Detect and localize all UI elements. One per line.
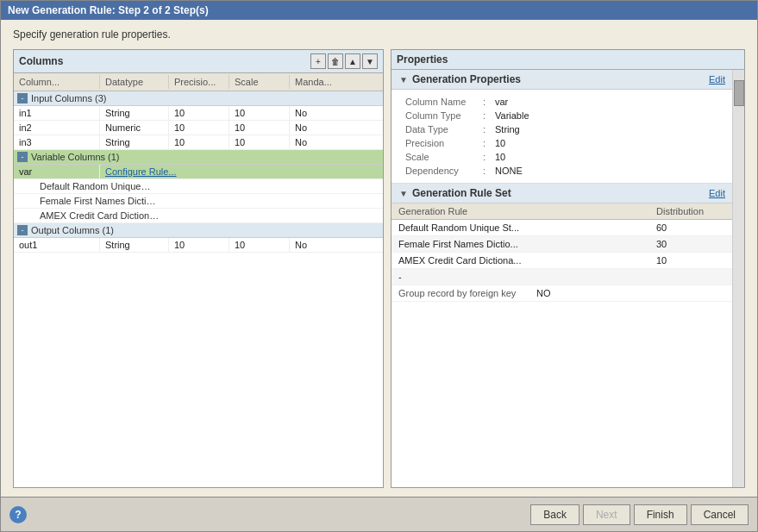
prop-row-dependency: Dependency : NONE	[405, 164, 718, 178]
sub-item[interactable]: AMEX Credit Card Diction…	[14, 209, 383, 223]
table-row[interactable]: out1 String 10 10 No	[14, 238, 383, 253]
cell-mandatory: No	[290, 135, 359, 149]
main-window: New Generation Rule: Step 2 of 2 Step(s)…	[0, 0, 758, 532]
cell-datatype: String	[100, 135, 169, 149]
finish-button[interactable]: Finish	[634, 504, 687, 525]
cell-precision: 10	[169, 135, 229, 149]
scrollbar[interactable]	[732, 70, 744, 487]
sub-item[interactable]: Default Random Unique…	[14, 179, 383, 194]
footer-buttons: Back Next Finish Cancel	[530, 504, 749, 525]
rule-row[interactable]: Default Random Unique St... 60	[392, 220, 732, 236]
prop-row-data-type: Data Type : String	[405, 122, 718, 136]
rule-cell-name: Female First Names Dictio...	[398, 239, 656, 249]
table-row[interactable]: in1 String 10 10 No	[14, 106, 383, 121]
gen-rule-set-toggle-icon: ▼	[398, 188, 409, 198]
rule-cell-distribution: 60	[656, 222, 725, 233]
cell-name: in3	[14, 135, 100, 149]
cell-precision: 10	[169, 121, 229, 135]
gen-properties-table: Column Name : var Column Type : Variable…	[392, 90, 732, 184]
cancel-button[interactable]: Cancel	[691, 504, 749, 525]
sub-item[interactable]: Female First Names Dicti…	[14, 194, 383, 209]
gen-properties-section-header[interactable]: ▼ Generation Properties Edit	[392, 70, 732, 90]
columns-panel-title: Columns	[19, 55, 63, 67]
prop-colon: :	[483, 166, 495, 176]
next-button[interactable]: Next	[583, 504, 630, 525]
properties-panel-title: Properties	[397, 53, 448, 66]
table-row[interactable]: in3 String 10 10 No	[14, 135, 383, 150]
rule-separator-dist	[656, 272, 725, 282]
rule-separator-row: -	[392, 269, 732, 285]
rule-separator-cell: -	[398, 272, 656, 282]
footer-bar: ? Back Next Finish Cancel	[1, 497, 757, 531]
variable-group-toggle-icon: -	[17, 152, 28, 162]
sub-item-label: Default Random Unique…	[40, 181, 150, 191]
cell-mandatory: No	[290, 106, 359, 120]
output-group-toggle-icon: -	[17, 225, 28, 235]
subtitle: Specify generation rule properties.	[13, 28, 745, 41]
input-group-header[interactable]: - Input Columns (3)	[14, 91, 383, 106]
window-title: New Generation Rule: Step 2 of 2 Step(s)	[8, 4, 209, 16]
cell-scale: 10	[229, 238, 290, 252]
rule-cell-name: AMEX Credit Card Dictiona...	[398, 255, 656, 266]
prop-row-precision: Precision : 10	[405, 136, 718, 150]
col-header-name: Column...	[14, 75, 100, 89]
cell-datatype: Numeric	[100, 121, 169, 135]
columns-panel-header: Columns + 🗑 ▲ ▼	[14, 50, 383, 73]
prop-row-column-name: Column Name : var	[405, 95, 718, 109]
variable-group-label: Variable Columns (1)	[31, 152, 120, 162]
cell-datatype: String	[100, 106, 169, 120]
prop-label-scale: Scale	[405, 152, 483, 162]
prop-value-data-type: String	[495, 124, 520, 135]
sub-item-label: Female First Names Dicti…	[40, 196, 155, 206]
columns-panel: Columns + 🗑 ▲ ▼ Column... Datatype Preci…	[13, 49, 384, 488]
properties-panel-header: Properties	[392, 50, 744, 70]
scrollbar-thumb[interactable]	[734, 80, 744, 106]
var-row[interactable]: var Configure Rule...	[14, 165, 383, 179]
cell-name: out1	[14, 238, 100, 252]
variable-group-header[interactable]: - Variable Columns (1)	[14, 150, 383, 165]
input-group-label: Input Columns (3)	[31, 93, 106, 103]
prop-value-precision: 10	[495, 138, 505, 148]
rule-row[interactable]: Female First Names Dictio... 30	[392, 236, 732, 253]
gen-rule-set-section-header[interactable]: ▼ Generation Rule Set Edit	[392, 184, 732, 203]
prop-label-column-name: Column Name	[405, 97, 483, 107]
input-group-toggle-icon: -	[17, 93, 28, 103]
prop-colon: :	[483, 110, 495, 121]
rule-col-generation-rule: Generation Rule	[398, 206, 656, 216]
sub-item-label: AMEX Credit Card Diction…	[40, 210, 159, 221]
prop-colon: :	[483, 97, 495, 107]
prop-colon: :	[483, 138, 495, 148]
configure-rule-link[interactable]: Configure Rule...	[100, 165, 383, 178]
prop-value-column-type: Variable	[495, 110, 529, 121]
gen-properties-toggle-icon: ▼	[398, 74, 409, 84]
move-down-button[interactable]: ▼	[362, 53, 378, 69]
cell-name: in1	[14, 106, 100, 120]
column-headers: Column... Datatype Precisio... Scale Man…	[14, 73, 383, 91]
rule-row[interactable]: AMEX Credit Card Dictiona... 10	[392, 253, 732, 269]
help-button[interactable]: ?	[9, 506, 27, 523]
prop-label-dependency: Dependency	[405, 166, 483, 176]
gen-properties-edit-link[interactable]: Edit	[709, 74, 725, 84]
rule-table-headers: Generation Rule Distribution	[392, 203, 732, 220]
move-up-button[interactable]: ▲	[345, 53, 360, 69]
prop-label-column-type: Column Type	[405, 110, 483, 121]
output-group-header[interactable]: - Output Columns (1)	[14, 223, 383, 238]
prop-row-scale: Scale : 10	[405, 150, 718, 164]
footer-left: ?	[9, 506, 27, 523]
col-header-precision: Precisio...	[169, 75, 229, 89]
cell-name: in2	[14, 121, 100, 135]
back-button[interactable]: Back	[530, 504, 579, 525]
prop-value-column-name: var	[495, 97, 508, 107]
add-column-button[interactable]: +	[310, 53, 326, 69]
col-header-datatype: Datatype	[100, 75, 169, 89]
cell-datatype: String	[100, 238, 169, 252]
table-row[interactable]: in2 Numeric 10 10 No	[14, 121, 383, 135]
prop-value-scale: 10	[495, 152, 505, 162]
gen-rule-set-edit-link[interactable]: Edit	[709, 188, 725, 198]
col-header-scale: Scale	[229, 75, 290, 89]
content-area: Specify generation rule properties. Colu…	[1, 20, 757, 497]
delete-column-button[interactable]: 🗑	[328, 53, 343, 69]
prop-value-dependency: NONE	[495, 166, 523, 176]
main-panels: Columns + 🗑 ▲ ▼ Column... Datatype Preci…	[13, 49, 745, 488]
col-header-mandatory: Manda...	[290, 75, 359, 89]
